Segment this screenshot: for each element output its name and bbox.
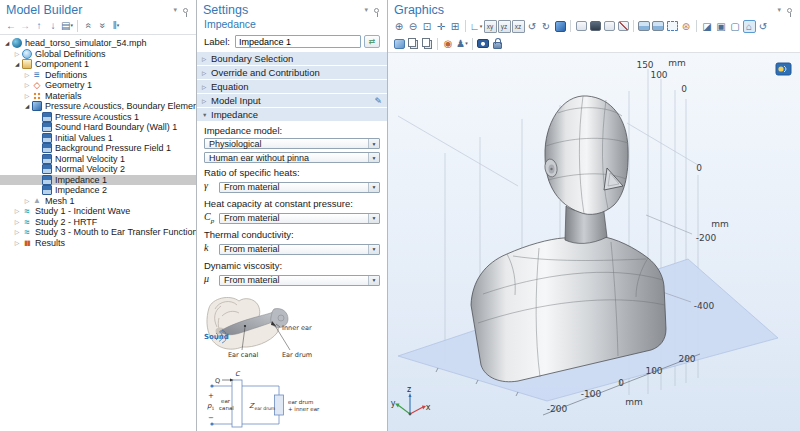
environment-off-icon[interactable] — [617, 20, 630, 33]
zoom-in-icon[interactable]: ⊕ — [393, 20, 406, 33]
tree-item-normal-velocity-2[interactable]: Normal Velocity 2 — [0, 164, 196, 175]
collapsed-arrow-icon[interactable]: ▷ — [23, 70, 31, 80]
panel-pin-icon[interactable] — [183, 8, 188, 13]
tree-item-mesh-1[interactable]: ▷Mesh 1 — [0, 196, 196, 207]
collapse-all-icon[interactable]: « — [82, 19, 95, 32]
panel-menu-icon[interactable]: ▾ — [777, 6, 781, 14]
environment-none-icon[interactable] — [575, 20, 588, 33]
section-boundary-selection[interactable]: ▷Boundary Selection — [197, 52, 387, 65]
view-yz-icon[interactable]: yz — [498, 20, 511, 33]
expanded-arrow-icon[interactable]: ◢ — [3, 38, 11, 48]
show-axis-icon[interactable]: ▢ — [729, 20, 742, 33]
label-input[interactable] — [235, 35, 361, 48]
tree-item-materials[interactable]: ▷Materials — [0, 91, 196, 102]
feature-icon — [42, 175, 52, 185]
zoom-extents-icon[interactable]: ⊞ — [449, 20, 462, 33]
dynamic-viscosity-select[interactable]: From material ▼ — [219, 275, 380, 286]
view-xz-icon[interactable]: xz — [512, 20, 525, 33]
show-grid-icon[interactable]: ▣ — [715, 20, 728, 33]
environment-outdoor-icon[interactable] — [603, 20, 616, 33]
transparency-icon[interactable]: ◪ — [701, 20, 714, 33]
move-up-icon[interactable]: ↑ — [33, 19, 46, 32]
collapsed-arrow-icon[interactable]: ▷ — [23, 196, 31, 206]
pen-icon[interactable]: ✎ — [374, 96, 382, 106]
scene-3d[interactable]: 150 100 mm 0 0 mm -200 -400 -200 -100 0 … — [388, 53, 800, 431]
forward-icon[interactable]: → — [19, 19, 32, 32]
snapshot-camera-icon[interactable] — [477, 37, 490, 50]
tree-item-initial-values-1[interactable]: Initial Values 1 — [0, 133, 196, 144]
animation-export-icon[interactable] — [652, 20, 665, 33]
tree-item-normal-velocity-1[interactable]: Normal Velocity 1 — [0, 154, 196, 165]
go-to-view-icon[interactable]: ⌂ — [743, 20, 756, 33]
expanded-arrow-icon[interactable]: ◢ — [13, 59, 21, 69]
tree-item-background-pressure-field-1[interactable]: Background Pressure Field 1 — [0, 143, 196, 154]
collapsed-arrow-icon[interactable]: ▷ — [13, 206, 21, 216]
ratio-specific-heats-select[interactable]: From material ▼ — [219, 182, 380, 193]
tree-item-study-3-mouth-to-ear-transfer-function[interactable]: ▷Study 3 - Mouth to Ear Transfer Functio… — [0, 227, 196, 238]
expand-all-icon[interactable]: » — [96, 19, 109, 32]
tree-item-component-1[interactable]: ◢Component 1 — [0, 59, 196, 70]
tree-item-pressure-acoustics-1[interactable]: Pressure Acoustics 1 — [0, 112, 196, 123]
collapsed-arrow-icon[interactable]: ▷ — [13, 227, 21, 237]
move-down-icon[interactable]: ↓ — [47, 19, 60, 32]
view-xy-icon[interactable]: xy — [484, 20, 497, 33]
model-tree-node-text-icon[interactable]: ▤▾ — [61, 19, 74, 32]
section-override-and-contribution[interactable]: ▷Override and Contribution — [197, 66, 387, 79]
scene-appearance-icon[interactable]: ⊛ — [680, 20, 693, 33]
expanded-arrow-icon[interactable]: ◢ — [23, 101, 31, 111]
panel-menu-icon[interactable]: ▾ — [173, 6, 177, 14]
reset-view-icon[interactable]: ↺ — [757, 20, 770, 33]
toggle-model-tree-columns-icon[interactable]: ‖▾ — [110, 19, 123, 32]
select-box-icon[interactable] — [666, 20, 679, 33]
chevron-down-icon: ▼ — [368, 153, 379, 162]
collapsed-arrow-icon[interactable]: ▷ — [13, 49, 21, 59]
default-view-icon[interactable] — [776, 63, 791, 75]
copy-image-icon[interactable] — [407, 37, 420, 50]
tree-item-results[interactable]: ▷Results — [0, 238, 196, 249]
rotate-clockwise-icon[interactable]: ↻ — [540, 20, 553, 33]
collapsed-arrow-icon[interactable]: ▷ — [13, 217, 21, 227]
tree-item-study-2-hrtf[interactable]: ▷Study 2 - HRTF — [0, 217, 196, 228]
tree-item-impedance-2[interactable]: Impedance 2 — [0, 185, 196, 196]
image-snapshot-icon[interactable] — [638, 20, 651, 33]
view-orientation-icon[interactable]: ♟▾ — [456, 37, 469, 50]
tree-item-global-definitions[interactable]: ▷Global Definitions — [0, 49, 196, 60]
tree-item-impedance-1[interactable]: Impedance 1 — [0, 175, 196, 186]
collapsed-arrow-icon[interactable]: ▷ — [13, 238, 21, 248]
rotate-counterclockwise-icon[interactable]: ↺ — [526, 20, 539, 33]
zoom-out-icon[interactable]: ⊖ — [407, 20, 420, 33]
tree-item-study-1-incident-wave[interactable]: ▷Study 1 - Incident Wave — [0, 206, 196, 217]
collapsed-arrow-icon[interactable]: ▷ — [23, 91, 31, 101]
environment-indoor-icon[interactable] — [589, 20, 602, 33]
impedance-model-select[interactable]: Physiological ▼ — [204, 138, 380, 149]
heat-capacity-select[interactable]: From material ▼ — [219, 213, 380, 224]
field-label: Heat capacity at constant pressure: — [204, 198, 380, 209]
material-rendering-icon[interactable] — [393, 37, 406, 50]
field-row: γ From material ▼ — [204, 180, 380, 194]
tree-item-geometry-1[interactable]: ▷Geometry 1 — [0, 80, 196, 91]
section-model-input[interactable]: ▷Model Input✎ — [197, 94, 387, 107]
back-icon[interactable]: ← — [5, 19, 18, 32]
scene-color-icon[interactable]: ◉ — [442, 37, 455, 50]
go-to-default-view-icon[interactable]: ∟▾ — [470, 20, 483, 33]
lock-camera-icon[interactable] — [491, 37, 504, 50]
lock-camera-glyph — [493, 42, 502, 49]
graphics-canvas[interactable]: 150 100 mm 0 0 mm -200 -400 -200 -100 0 … — [388, 53, 800, 431]
zoom-to-selection-icon[interactable]: ⊡ — [421, 20, 434, 33]
panel-menu-icon[interactable]: ▾ — [364, 6, 368, 14]
tree-item-definitions[interactable]: ▷Definitions — [0, 70, 196, 81]
tree-item-head-torso-simulator-54-mph[interactable]: ◢head_torso_simulator_54.mph — [0, 38, 196, 49]
ear-model-select[interactable]: Human ear without pinna ▼ — [204, 152, 380, 163]
panel-pin-icon[interactable] — [787, 8, 792, 13]
scene-light-icon[interactable] — [554, 20, 567, 33]
thermal-conductivity-select[interactable]: From material ▼ — [219, 244, 380, 255]
tree-item-sound-hard-boundary-wall-1[interactable]: Sound Hard Boundary (Wall) 1 — [0, 122, 196, 133]
tree-item-pressure-acoustics-boundary-elements[interactable]: ◢Pressure Acoustics, Boundary Elements — [0, 101, 196, 112]
copy-image-to-clipboard-icon[interactable] — [421, 37, 434, 50]
collapsed-arrow-icon[interactable]: ▷ — [23, 80, 31, 90]
section-impedance[interactable]: ▼ Impedance — [197, 108, 387, 121]
rename-icon[interactable]: ⇄ — [364, 35, 380, 48]
section-equation[interactable]: ▷Equation — [197, 80, 387, 93]
pan-icon[interactable]: ✛ — [435, 20, 448, 33]
panel-pin-icon[interactable] — [374, 8, 379, 13]
